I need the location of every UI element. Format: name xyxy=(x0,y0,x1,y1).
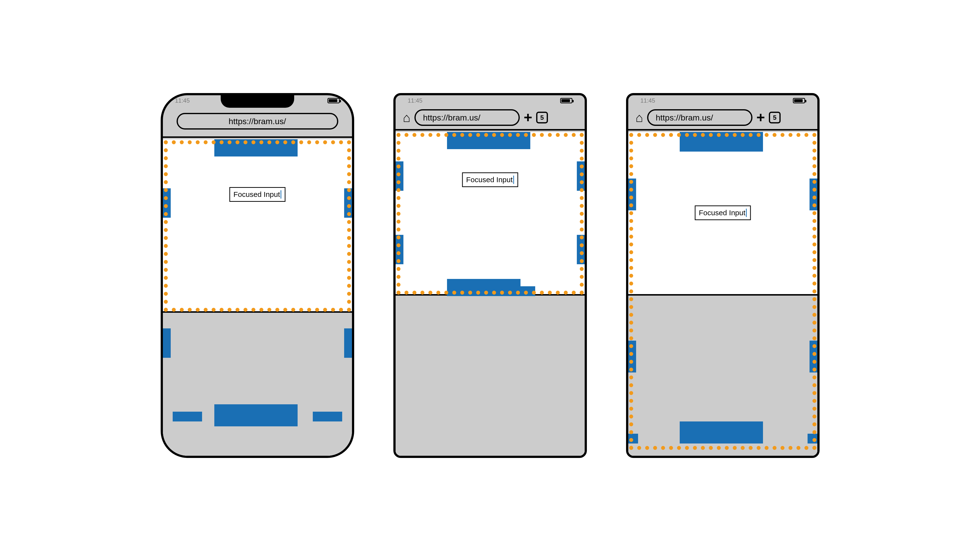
fixed-element-bottom xyxy=(447,279,520,296)
status-time: 11:45 xyxy=(408,97,423,104)
tab-count-value: 5 xyxy=(540,114,544,121)
fixed-element-bottom xyxy=(680,421,763,443)
focused-input[interactable]: Focused Input xyxy=(462,172,518,187)
battery-icon xyxy=(793,98,805,103)
phone-mockup-1: 11:45 https://bram.us/ Focused Input xyxy=(161,93,354,458)
fixed-element-top xyxy=(447,132,530,149)
phone-mockup-2: 11:45 ⌂ https://bram.us/ + 5 xyxy=(393,93,587,458)
new-tab-icon[interactable]: + xyxy=(756,110,765,125)
fixed-element-top xyxy=(214,139,298,157)
fixed-element-right-lower xyxy=(344,329,352,358)
fixed-element-right-upper xyxy=(577,161,585,191)
home-icon[interactable]: ⌂ xyxy=(636,111,643,124)
status-bar: 11:45 xyxy=(628,95,817,106)
url-bar[interactable]: https://bram.us/ xyxy=(647,109,752,126)
fixed-element-right-upper xyxy=(344,188,352,218)
tab-count-badge[interactable]: 5 xyxy=(536,112,548,124)
browser-toolbar: ⌂ https://bram.us/ + 5 xyxy=(628,106,817,130)
fixed-element-left-lower xyxy=(628,341,636,373)
visual-viewport-outline xyxy=(396,133,584,295)
fixed-element-left-upper xyxy=(396,161,403,191)
focused-input[interactable]: Focused Input xyxy=(695,205,751,220)
browser-toolbar: https://bram.us/ xyxy=(163,106,352,138)
text-caret xyxy=(513,176,514,184)
fixed-element-right-lower xyxy=(810,341,817,373)
url-text: https://bram.us/ xyxy=(423,113,480,122)
url-text: https://bram.us/ xyxy=(656,113,713,122)
fixed-element-right-lower xyxy=(577,235,585,264)
device-notch xyxy=(221,93,294,108)
url-text: https://bram.us/ xyxy=(229,117,286,126)
status-bar: 11:45 xyxy=(396,95,585,106)
text-caret xyxy=(280,190,281,198)
virtual-keyboard[interactable] xyxy=(396,294,585,456)
page-viewport: Focused Input xyxy=(396,132,585,456)
visual-viewport-outline xyxy=(164,140,351,312)
fixed-element-left-upper xyxy=(628,178,636,210)
input-value: Focused Input xyxy=(234,190,280,198)
fixed-element-bottom-right xyxy=(313,412,342,421)
fixed-element-bottom-left xyxy=(173,412,202,421)
status-time: 11:45 xyxy=(175,97,190,104)
tab-count-value: 5 xyxy=(773,114,776,121)
new-tab-icon[interactable]: + xyxy=(524,110,532,125)
fixed-element-bottom-step xyxy=(520,286,535,296)
fixed-element-right-upper xyxy=(810,178,817,210)
browser-toolbar: ⌂ https://bram.us/ + 5 xyxy=(396,106,585,130)
diagram-row: 11:45 https://bram.us/ Focused Input xyxy=(161,93,819,458)
battery-icon xyxy=(560,98,573,103)
tab-count-badge[interactable]: 5 xyxy=(769,112,781,124)
input-value: Focused Input xyxy=(699,209,745,217)
fixed-element-corner-right xyxy=(808,434,817,443)
fixed-element-left-upper xyxy=(163,188,171,218)
page-viewport: Focused Input xyxy=(163,139,352,456)
virtual-keyboard[interactable] xyxy=(163,311,352,456)
fixed-element-left-lower xyxy=(396,235,403,264)
focused-input[interactable]: Focused Input xyxy=(229,187,285,202)
home-icon[interactable]: ⌂ xyxy=(403,111,410,124)
url-bar[interactable]: https://bram.us/ xyxy=(177,113,338,130)
fixed-element-left-lower xyxy=(163,329,171,358)
input-value: Focused Input xyxy=(466,176,513,184)
battery-icon xyxy=(328,98,340,103)
fixed-element-corner-left xyxy=(628,434,638,443)
fixed-element-bottom xyxy=(214,404,298,426)
fixed-element-top xyxy=(680,132,763,152)
text-caret xyxy=(746,209,746,217)
page-viewport: Focused Input xyxy=(628,132,817,456)
url-bar[interactable]: https://bram.us/ xyxy=(414,109,520,126)
phone-mockup-3: 11:45 ⌂ https://bram.us/ + 5 Focused Inp… xyxy=(626,93,819,458)
status-time: 11:45 xyxy=(641,97,655,104)
